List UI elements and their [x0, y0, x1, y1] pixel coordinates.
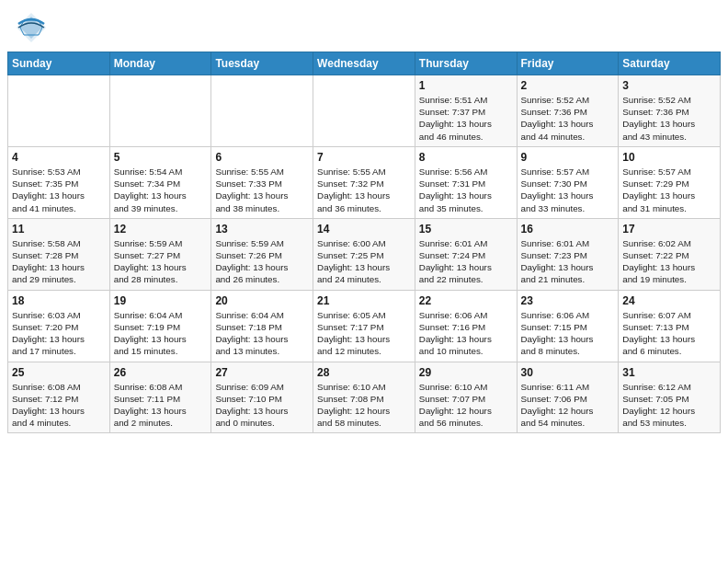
weekday-header-sunday: Sunday [8, 52, 110, 75]
day-info: Sunrise: 6:06 AMSunset: 7:16 PMDaylight:… [419, 309, 513, 358]
calendar-cell [313, 75, 415, 147]
calendar-cell: 30Sunrise: 6:11 AMSunset: 7:06 PMDayligh… [517, 362, 619, 433]
weekday-header-saturday: Saturday [619, 52, 721, 75]
day-info: Sunrise: 5:52 AMSunset: 7:36 PMDaylight:… [521, 94, 615, 143]
day-info: Sunrise: 6:02 AMSunset: 7:22 PMDaylight:… [622, 237, 716, 286]
day-info: Sunrise: 5:53 AMSunset: 7:35 PMDaylight:… [12, 166, 106, 214]
day-info: Sunrise: 6:07 AMSunset: 7:13 PMDaylight:… [622, 309, 716, 358]
day-info: Sunrise: 5:52 AMSunset: 7:36 PMDaylight:… [622, 94, 716, 143]
week-row-4: 18Sunrise: 6:03 AMSunset: 7:20 PMDayligh… [8, 290, 721, 362]
calendar-cell [109, 75, 211, 147]
weekday-header-wednesday: Wednesday [313, 52, 415, 75]
calendar-cell: 4Sunrise: 5:53 AMSunset: 7:35 PMDaylight… [8, 146, 110, 218]
day-number: 30 [521, 366, 615, 379]
day-number: 12 [114, 223, 208, 236]
day-number: 27 [215, 366, 309, 379]
calendar-cell: 16Sunrise: 6:01 AMSunset: 7:23 PMDayligh… [517, 218, 619, 290]
day-number: 7 [317, 151, 411, 164]
day-number: 1 [419, 79, 513, 92]
day-number: 15 [419, 223, 513, 236]
day-number: 8 [419, 151, 513, 164]
day-number: 11 [12, 223, 106, 236]
day-info: Sunrise: 6:01 AMSunset: 7:23 PMDaylight:… [521, 237, 615, 286]
day-info: Sunrise: 6:01 AMSunset: 7:24 PMDaylight:… [419, 237, 513, 286]
day-info: Sunrise: 6:06 AMSunset: 7:15 PMDaylight:… [521, 309, 615, 358]
calendar-cell: 20Sunrise: 6:04 AMSunset: 7:18 PMDayligh… [211, 290, 313, 362]
weekday-header-friday: Friday [517, 52, 619, 75]
day-number: 23 [521, 294, 615, 307]
page-header [0, 0, 728, 52]
day-number: 28 [317, 366, 411, 379]
calendar-cell: 7Sunrise: 5:55 AMSunset: 7:32 PMDaylight… [313, 146, 415, 218]
calendar-cell: 5Sunrise: 5:54 AMSunset: 7:34 PMDaylight… [109, 146, 211, 218]
calendar-cell: 23Sunrise: 6:06 AMSunset: 7:15 PMDayligh… [517, 290, 619, 362]
calendar-cell: 19Sunrise: 6:04 AMSunset: 7:19 PMDayligh… [109, 290, 211, 362]
weekday-header-monday: Monday [109, 52, 211, 75]
day-number: 21 [317, 294, 411, 307]
calendar-cell: 3Sunrise: 5:52 AMSunset: 7:36 PMDaylight… [619, 75, 721, 147]
calendar-cell: 8Sunrise: 5:56 AMSunset: 7:31 PMDaylight… [415, 146, 517, 218]
day-number: 26 [114, 366, 208, 379]
calendar-wrapper: SundayMondayTuesdayWednesdayThursdayFrid… [0, 52, 728, 437]
day-info: Sunrise: 5:55 AMSunset: 7:33 PMDaylight:… [215, 166, 309, 214]
week-row-3: 11Sunrise: 5:58 AMSunset: 7:28 PMDayligh… [8, 218, 721, 290]
day-info: Sunrise: 6:04 AMSunset: 7:19 PMDaylight:… [114, 309, 208, 358]
day-info: Sunrise: 5:58 AMSunset: 7:28 PMDaylight:… [12, 237, 106, 286]
day-info: Sunrise: 5:59 AMSunset: 7:27 PMDaylight:… [114, 237, 208, 286]
week-row-2: 4Sunrise: 5:53 AMSunset: 7:35 PMDaylight… [8, 146, 721, 218]
day-number: 14 [317, 223, 411, 236]
day-info: Sunrise: 6:08 AMSunset: 7:11 PMDaylight:… [114, 381, 208, 430]
day-info: Sunrise: 6:09 AMSunset: 7:10 PMDaylight:… [215, 381, 309, 430]
calendar-cell: 27Sunrise: 6:09 AMSunset: 7:10 PMDayligh… [211, 362, 313, 433]
day-number: 20 [215, 294, 309, 307]
day-number: 22 [419, 294, 513, 307]
day-number: 13 [215, 223, 309, 236]
calendar-cell: 26Sunrise: 6:08 AMSunset: 7:11 PMDayligh… [109, 362, 211, 433]
day-info: Sunrise: 5:56 AMSunset: 7:31 PMDaylight:… [419, 166, 513, 214]
calendar-cell: 1Sunrise: 5:51 AMSunset: 7:37 PMDaylight… [415, 75, 517, 147]
calendar-cell: 29Sunrise: 6:10 AMSunset: 7:07 PMDayligh… [415, 362, 517, 433]
calendar-cell: 11Sunrise: 5:58 AMSunset: 7:28 PMDayligh… [8, 218, 110, 290]
day-number: 29 [419, 366, 513, 379]
day-info: Sunrise: 6:12 AMSunset: 7:05 PMDaylight:… [622, 381, 716, 430]
day-number: 5 [114, 151, 208, 164]
day-info: Sunrise: 5:57 AMSunset: 7:29 PMDaylight:… [622, 166, 716, 214]
day-number: 16 [521, 223, 615, 236]
week-row-5: 25Sunrise: 6:08 AMSunset: 7:12 PMDayligh… [8, 362, 721, 433]
calendar-cell: 12Sunrise: 5:59 AMSunset: 7:27 PMDayligh… [109, 218, 211, 290]
day-number: 10 [622, 151, 716, 164]
calendar-body: 1Sunrise: 5:51 AMSunset: 7:37 PMDaylight… [8, 75, 721, 433]
day-info: Sunrise: 6:08 AMSunset: 7:12 PMDaylight:… [12, 381, 106, 430]
weekday-header-tuesday: Tuesday [211, 52, 313, 75]
calendar-cell: 15Sunrise: 6:01 AMSunset: 7:24 PMDayligh… [415, 218, 517, 290]
day-number: 18 [12, 294, 106, 307]
calendar-cell: 25Sunrise: 6:08 AMSunset: 7:12 PMDayligh… [8, 362, 110, 433]
day-info: Sunrise: 5:57 AMSunset: 7:30 PMDaylight:… [521, 166, 615, 214]
calendar-cell: 13Sunrise: 5:59 AMSunset: 7:26 PMDayligh… [211, 218, 313, 290]
day-info: Sunrise: 6:00 AMSunset: 7:25 PMDaylight:… [317, 237, 411, 286]
day-info: Sunrise: 5:59 AMSunset: 7:26 PMDaylight:… [215, 237, 309, 286]
calendar-cell [8, 75, 110, 147]
calendar-cell: 21Sunrise: 6:05 AMSunset: 7:17 PMDayligh… [313, 290, 415, 362]
day-info: Sunrise: 6:05 AMSunset: 7:17 PMDaylight:… [317, 309, 411, 358]
calendar-cell: 22Sunrise: 6:06 AMSunset: 7:16 PMDayligh… [415, 290, 517, 362]
day-number: 6 [215, 151, 309, 164]
weekday-row: SundayMondayTuesdayWednesdayThursdayFrid… [8, 52, 721, 75]
calendar-cell: 10Sunrise: 5:57 AMSunset: 7:29 PMDayligh… [619, 146, 721, 218]
day-info: Sunrise: 5:55 AMSunset: 7:32 PMDaylight:… [317, 166, 411, 214]
day-number: 19 [114, 294, 208, 307]
calendar-cell [211, 75, 313, 147]
day-number: 25 [12, 366, 106, 379]
day-number: 9 [521, 151, 615, 164]
day-number: 3 [622, 79, 716, 92]
day-number: 24 [622, 294, 716, 307]
calendar-cell: 18Sunrise: 6:03 AMSunset: 7:20 PMDayligh… [8, 290, 110, 362]
day-info: Sunrise: 6:10 AMSunset: 7:08 PMDaylight:… [317, 381, 411, 430]
day-info: Sunrise: 6:10 AMSunset: 7:07 PMDaylight:… [419, 381, 513, 430]
calendar-header: SundayMondayTuesdayWednesdayThursdayFrid… [8, 52, 721, 75]
day-number: 17 [622, 223, 716, 236]
calendar-cell: 24Sunrise: 6:07 AMSunset: 7:13 PMDayligh… [619, 290, 721, 362]
day-info: Sunrise: 6:11 AMSunset: 7:06 PMDaylight:… [521, 381, 615, 430]
calendar-cell: 9Sunrise: 5:57 AMSunset: 7:30 PMDaylight… [517, 146, 619, 218]
week-row-1: 1Sunrise: 5:51 AMSunset: 7:37 PMDaylight… [8, 75, 721, 147]
